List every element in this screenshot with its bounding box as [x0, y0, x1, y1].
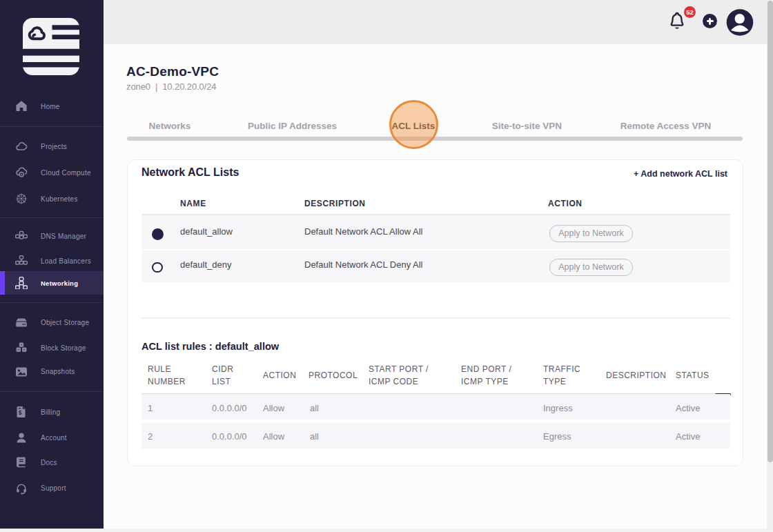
svg-text:$: $: [19, 409, 22, 416]
